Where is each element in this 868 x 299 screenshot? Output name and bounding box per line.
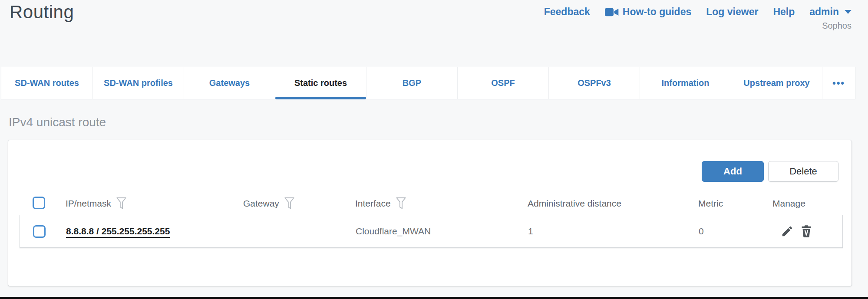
admin-menu-label: admin [809,6,839,18]
tab-sdwan-profiles[interactable]: SD-WAN profiles [92,67,184,99]
select-all-checkbox[interactable] [33,197,45,209]
route-ip-netmask-link[interactable]: 8.8.8.8 / 255.255.255.255 [66,215,170,247]
video-camera-icon [605,7,619,17]
tab-gateways[interactable]: Gateways [184,67,275,99]
feedback-link[interactable]: Feedback [544,6,590,18]
tab-upstream-proxy[interactable]: Upstream proxy [731,67,822,99]
section-heading: IPv4 unicast route [9,115,106,129]
column-header-gateway: Gateway [243,196,295,211]
column-header-ip-netmask: IP/netmask [66,196,127,211]
tab-sdwan-routes[interactable]: SD-WAN routes [1,67,92,99]
tab-static-routes[interactable]: Static routes [275,67,366,99]
table-row: 8.8.8.8 / 255.255.255.255 Cloudflare_MWA… [20,215,843,248]
help-link[interactable]: Help [773,6,795,18]
tab-overflow-menu[interactable]: ••• [822,67,855,99]
column-header-metric: Metric [698,196,723,211]
route-admin-distance-cell: 1 [528,215,533,247]
chevron-down-icon [845,10,851,14]
delete-icon[interactable] [800,225,812,238]
top-navigation: Feedback How-to guides Log viewer Help a… [544,6,851,31]
manage-cell [781,215,812,247]
edit-icon[interactable] [781,225,794,238]
tab-information[interactable]: Information [640,67,731,99]
route-interface-cell: Cloudflare_MWAN [356,215,431,247]
page-title: Routing [10,2,74,23]
add-button[interactable]: Add [702,161,764,182]
column-header-interface: Interface [355,196,406,211]
column-header-admin-distance: Administrative distance [528,196,621,211]
row-checkbox[interactable] [33,225,46,238]
tab-bgp[interactable]: BGP [366,67,457,99]
tab-ospfv3[interactable]: OSPFv3 [548,67,640,99]
column-header-manage: Manage [772,196,805,211]
filter-icon[interactable] [284,197,295,210]
filter-icon[interactable] [116,197,127,210]
howto-guides-link[interactable]: How-to guides [605,6,691,18]
log-viewer-link[interactable]: Log viewer [706,6,758,18]
brand-label: Sophos [544,21,851,31]
howto-guides-label: How-to guides [623,6,691,18]
admin-menu[interactable]: admin [809,6,851,18]
screen-bottom-edge [0,297,868,299]
tab-ospf[interactable]: OSPF [457,67,548,99]
delete-button[interactable]: Delete [768,161,838,182]
route-metric-cell: 0 [699,215,704,247]
tab-bar: SD-WAN routes SD-WAN profiles Gateways S… [1,67,855,99]
routes-table-card: Add Delete IP/netmask Gateway Interface … [8,140,852,286]
filter-icon[interactable] [396,197,406,210]
